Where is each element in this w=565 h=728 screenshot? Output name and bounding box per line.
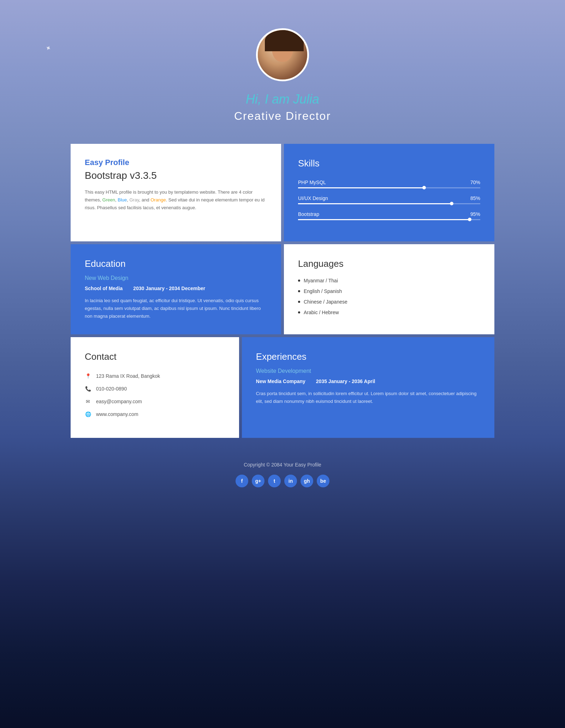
address-text: 123 Rama IX Road, Bangkok	[96, 373, 160, 379]
email-text: easy@company.com	[96, 399, 142, 404]
web-icon: 🌐	[85, 411, 91, 417]
education-card: Education New Web Design School of Media…	[71, 244, 281, 334]
skills-card: Skills PHP MySQL 70% UI/UX Design 85%	[284, 144, 494, 241]
avatar	[256, 28, 309, 81]
footer: Copyright © 2084 Your Easy Profile f g+ …	[71, 441, 494, 501]
skill-php-percent: 70%	[470, 180, 480, 185]
facebook-icon[interactable]: f	[236, 475, 248, 487]
list-item: Arabic / Hebrew	[298, 310, 480, 315]
exp-company-line: New Media Company 2035 January - 2036 Ap…	[256, 378, 480, 384]
language-arabic: Arabic / Hebrew	[304, 310, 339, 315]
bullet-icon	[298, 311, 300, 313]
behance-icon[interactable]: be	[317, 475, 329, 487]
color-green: Green	[102, 197, 115, 202]
bottom-grid: Contact 📍 123 Rama IX Road, Bangkok 📞 01…	[71, 337, 494, 438]
github-icon[interactable]: gh	[301, 475, 313, 487]
skill-php: PHP MySQL 70%	[298, 180, 480, 188]
languages-card: Languages Myanmar / Thai English / Spani…	[284, 244, 494, 334]
skill-bootstrap-bar-bg	[298, 219, 480, 220]
color-blue: Blue	[118, 197, 127, 202]
middle-grid: Education New Web Design School of Media…	[71, 244, 494, 334]
education-description: In lacinia leo sed quam feugiat, ac effi…	[85, 297, 267, 320]
contact-website: 🌐 www.company.com	[85, 411, 225, 417]
phone-text: 010-020-0890	[96, 386, 127, 392]
school-name: School of Media	[85, 286, 123, 291]
skill-bootstrap-percent: 95%	[470, 211, 480, 217]
skill-php-bar-fill	[298, 187, 426, 188]
language-myanmar: Myanmar / Thai	[304, 278, 338, 283]
email-icon: ✉	[85, 398, 91, 405]
contact-title: Contact	[85, 351, 225, 362]
google-plus-icon[interactable]: g+	[252, 475, 264, 487]
hero-greeting: Hi, I am Julia	[71, 92, 494, 107]
profile-description: This easy HTML profile is brought to you…	[85, 188, 267, 212]
language-chinese: Chinese / Japanese	[304, 299, 347, 305]
contact-email: ✉ easy@company.com	[85, 398, 225, 405]
easy-profile-label: Easy Profile	[85, 158, 267, 167]
contact-phone: 📞 010-020-0890	[85, 386, 225, 392]
phone-icon: 📞	[85, 386, 91, 392]
school-line: School of Media 2030 January - 2034 Dece…	[85, 286, 267, 291]
language-english: English / Spanish	[304, 288, 342, 294]
school-period: 2030 January - 2034 December	[133, 286, 205, 291]
exp-period: 2035 January - 2036 April	[316, 378, 375, 384]
skill-uiux-label: UI/UX Design	[298, 195, 328, 201]
color-gray: Gray	[130, 197, 139, 202]
website-text: www.company.com	[96, 411, 138, 417]
exp-company: New Media Company	[256, 378, 305, 384]
bullet-icon	[298, 280, 300, 282]
skill-bootstrap: Bootstrap 95%	[298, 211, 480, 220]
skill-bootstrap-label: Bootstrap	[298, 211, 319, 217]
education-title: Education	[85, 258, 267, 269]
list-item: Chinese / Japanese	[298, 299, 480, 305]
contact-address: 📍 123 Rama IX Road, Bangkok	[85, 373, 225, 379]
skill-uiux: UI/UX Design 85%	[298, 195, 480, 204]
bullet-icon	[298, 301, 300, 303]
twitter-icon[interactable]: t	[268, 475, 281, 487]
social-icons-container: f g+ t in gh be	[78, 475, 487, 487]
instagram-icon[interactable]: in	[284, 475, 297, 487]
avatar-image	[258, 30, 307, 80]
skills-title: Skills	[298, 158, 480, 169]
skill-bootstrap-bar-fill	[298, 219, 471, 220]
skill-php-bar-bg	[298, 187, 480, 188]
list-item: English / Spanish	[298, 288, 480, 294]
experiences-card: Experiences Website Development New Medi…	[242, 337, 494, 438]
location-icon: 📍	[85, 373, 91, 379]
copyright-text: Copyright © 2084 Your Easy Profile	[78, 462, 487, 468]
exp-description: Cras porta tincidunt sem, in sollicitudi…	[256, 390, 480, 405]
color-orange: Orange	[150, 197, 166, 202]
contact-card: Contact 📍 123 Rama IX Road, Bangkok 📞 01…	[71, 337, 239, 438]
skill-php-label: PHP MySQL	[298, 180, 326, 185]
languages-title: Languages	[298, 258, 480, 269]
list-item: Myanmar / Thai	[298, 278, 480, 283]
bullet-icon	[298, 290, 300, 292]
exp-subtitle: Website Development	[256, 368, 480, 374]
skill-uiux-percent: 85%	[470, 195, 480, 201]
skill-uiux-bar-fill	[298, 203, 453, 204]
bootstrap-title: Bootstrap v3.3.5	[85, 170, 267, 181]
hero-title: Creative Director	[71, 110, 494, 123]
skill-uiux-bar-bg	[298, 203, 480, 204]
easy-profile-card: Easy Profile Bootstrap v3.3.5 This easy …	[71, 144, 281, 241]
education-subtitle: New Web Design	[85, 275, 267, 281]
hero-section: Hi, I am Julia Creative Director	[71, 0, 494, 144]
experiences-title: Experiences	[256, 351, 480, 362]
top-grid: Easy Profile Bootstrap v3.3.5 This easy …	[71, 144, 494, 241]
